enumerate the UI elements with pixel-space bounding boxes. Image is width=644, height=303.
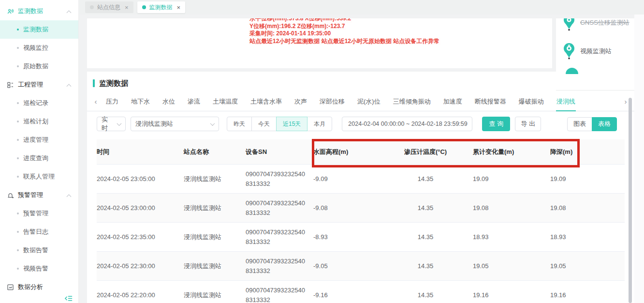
sidebar-item-label: 进度管理 [23, 136, 48, 144]
filter-toolbar: 实时 浸润线监测站 昨天今天近15天本月 2024-02-04 00:00:00… [87, 116, 634, 132]
sidebar-item-预警管理[interactable]: 预警管理 [0, 204, 78, 223]
vertical-scrollbar[interactable] [629, 98, 632, 303]
table-row: 2024-02-05 22:20:00浸润线监测站090070473932325… [97, 281, 625, 303]
type-tab-次声[interactable]: 次声 [288, 92, 313, 111]
view-option-表格[interactable]: 表格 [592, 117, 617, 131]
type-tab-泥(水)位[interactable]: 泥(水)位 [351, 92, 387, 111]
table-cell: 2024-02-05 23:05:00 [97, 175, 184, 182]
sidebar-group-label: 监测数据 [18, 7, 63, 15]
title-accent-bar [93, 79, 95, 87]
quick-range-本月[interactable]: 本月 [307, 117, 332, 131]
type-tab-土壤温度[interactable]: 土壤温度 [206, 92, 244, 111]
interval-select[interactable]: 实时 [97, 117, 126, 131]
type-tab-压力[interactable]: 压力 [100, 92, 125, 111]
table-cell: 2024-02-05 22:30:00 [97, 262, 184, 270]
quick-range-今天[interactable]: 今天 [251, 117, 277, 131]
quick-range-group: 昨天今天近15天本月 [227, 117, 332, 131]
table-cell: 浸润线监测站 [184, 175, 246, 183]
sidebar-item-进度管理[interactable]: 进度管理 [0, 131, 78, 149]
type-tab-浸润线[interactable]: 浸润线 [550, 92, 582, 111]
partial-pin-icon [566, 68, 578, 74]
tabs-scroll-left-icon[interactable]: ‹ [92, 97, 100, 106]
legend-item-GNSS位移监测站[interactable]: GNSS位移监测站 [563, 18, 634, 31]
signal-icon [6, 8, 14, 15]
view-toggle: 图表表格 [567, 117, 617, 131]
table-cell: -9.08 [312, 204, 385, 212]
type-tab-土壤含水率[interactable]: 土壤含水率 [244, 92, 288, 111]
map-legend-panel: GNSS位移监测站视频监测站 [556, 18, 634, 91]
sidebar-item-进度查询[interactable]: 进度查询 [0, 149, 78, 167]
table-cell: 090070473932325408313332 [246, 286, 312, 303]
sidebar: 监测数据监测数据视频监控原始数据工程管理巡检记录巡检计划进度管理进度查询联系人管… [0, 0, 79, 303]
sidebar-item-监测数据[interactable]: 监测数据 [0, 20, 78, 39]
sidebar-group-label: 数据分析 [18, 283, 73, 291]
app-root: 监测数据监测数据视频监控原始数据工程管理巡检记录巡检计划进度管理进度查询联系人管… [0, 0, 644, 303]
table-cell: 14.35 [385, 262, 466, 270]
main-content: 水平位移(mm):573.8 X位移(mm):539.2Y位移(mm):196.… [79, 15, 644, 303]
page-right-gutter [634, 15, 644, 303]
sidebar-item-label: 告警日志 [23, 227, 48, 236]
table-row: 2024-02-05 22:35:00浸润线监测站090070473932325… [97, 223, 625, 252]
type-tab-渗流[interactable]: 渗流 [181, 92, 206, 111]
column-header-站点名称: 站点名称 [184, 148, 246, 156]
sidebar-item-label: 巡检记录 [23, 99, 48, 107]
type-tab-加速度[interactable]: 加速度 [437, 92, 468, 111]
type-tab-爆破振动[interactable]: 爆破振动 [512, 92, 550, 111]
quick-range-昨天[interactable]: 昨天 [227, 117, 252, 131]
window-tab-站点信息[interactable]: 站点信息× [85, 1, 133, 13]
table-row: 2024-02-05 23:05:00浸润线监测站090070473932325… [97, 165, 625, 194]
sidebar-item-数据告警[interactable]: 数据告警 [0, 241, 78, 259]
table-cell: 090070473932325408313332 [246, 257, 312, 276]
column-header-设备SN: 设备SN [246, 147, 312, 157]
sidebar-group-监测数据[interactable]: 监测数据 [0, 2, 78, 20]
sidebar-item-视频监控[interactable]: 视频监控 [0, 39, 78, 57]
panel-title: 监测数据 [99, 79, 128, 88]
sidebar-group-预警管理[interactable]: 预警管理 [0, 186, 78, 204]
sidebar-item-label: 视频告警 [23, 264, 48, 273]
type-tab-深部位移[interactable]: 深部位移 [313, 92, 351, 111]
sidebar-item-label: 原始数据 [23, 62, 48, 71]
legend-label: 视频监测站 [580, 47, 612, 56]
type-tab-地下水[interactable]: 地下水 [125, 92, 156, 111]
type-tab-水位[interactable]: 水位 [156, 92, 181, 111]
table-cell: 19.08 [543, 204, 625, 212]
legend-list: GNSS位移监测站视频监测站 [563, 18, 634, 60]
sidebar-group-数据分析[interactable]: 数据分析 [0, 278, 78, 296]
bullet-icon [17, 268, 19, 270]
sidebar-item-巡检计划[interactable]: 巡检计划 [0, 112, 78, 131]
sidebar-item-巡检记录[interactable]: 巡检记录 [0, 94, 78, 112]
station-select[interactable]: 浸润线监测站 [131, 117, 219, 131]
project-grid-icon [6, 81, 14, 89]
type-tab-断线报警器[interactable]: 断线报警器 [468, 92, 512, 111]
close-icon[interactable]: × [125, 4, 129, 11]
close-icon[interactable]: × [177, 4, 181, 11]
view-option-图表[interactable]: 图表 [567, 117, 592, 131]
bullet-icon [17, 65, 19, 67]
quick-range-近15天[interactable]: 近15天 [276, 117, 307, 131]
date-range-input[interactable]: 2024-02-04 00:00:00 ~ 2024-02-18 23:59:5… [342, 117, 472, 131]
type-tab-list: 压力地下水水位渗流土壤温度土壤含水率次声深部位移泥(水)位三维倾角振动加速度断线… [100, 92, 582, 111]
bullet-icon [17, 29, 19, 30]
collapse-sidebar-button[interactable] [64, 295, 73, 302]
type-tab-bar: ‹ 压力地下水水位渗流土壤温度土壤含水率次声深部位移泥(水)位三维倾角振动加速度… [87, 92, 634, 111]
sidebar-item-视频告警[interactable]: 视频告警 [0, 259, 78, 278]
query-button[interactable]: 查 询 [482, 117, 510, 131]
bullet-icon [17, 176, 19, 178]
sidebar-item-原始数据[interactable]: 原始数据 [0, 57, 78, 76]
sidebar-item-label: 进度查询 [23, 154, 48, 163]
map-overlay-text: 水平位移(mm):573.8 X位移(mm):539.2Y位移(mm):196.… [249, 18, 440, 45]
type-tab-三维倾角振动[interactable]: 三维倾角振动 [387, 92, 437, 111]
chevron-up-icon [67, 10, 72, 15]
table-cell: 浸润线监测站 [184, 204, 246, 212]
sidebar-group-工程管理[interactable]: 工程管理 [0, 76, 78, 94]
export-button[interactable]: 导 出 [515, 117, 541, 131]
table-cell: 19.16 [543, 291, 625, 299]
table-cell: 090070473932325408313332 [246, 227, 312, 247]
camera-pin-icon [563, 43, 575, 60]
monitor-data-panel: 监测数据 ‹ 压力地下水水位渗流土壤温度土壤含水率次声深部位移泥(水)位三维倾角… [87, 72, 634, 303]
overlay-text-line: 采集时间: 2024-01-14 19:35:00 [249, 30, 332, 38]
window-tab-监测数据[interactable]: 监测数据× [137, 1, 186, 13]
sidebar-item-告警日志[interactable]: 告警日志 [0, 223, 78, 241]
legend-item-视频监测站[interactable]: 视频监测站 [563, 43, 634, 60]
sidebar-item-联系人管理[interactable]: 联系人管理 [0, 167, 78, 186]
